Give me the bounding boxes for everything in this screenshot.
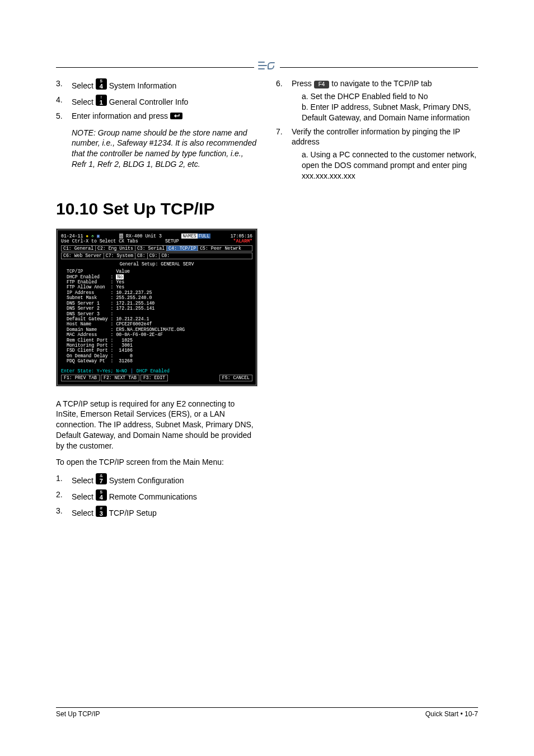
step-number: 2.	[56, 489, 72, 502]
key-7: &7	[96, 473, 107, 484]
footer-right: Quick Start • 10-7	[425, 710, 478, 718]
step-text: Verify the controller information by pin…	[292, 127, 478, 181]
step-number: 3.	[56, 78, 72, 91]
step-number: 6.	[276, 78, 292, 123]
step-text: Select #3 TCP/IP Setup	[72, 506, 257, 519]
step-text: Select !1 General Controller Info	[72, 95, 258, 108]
substep: a. Using a PC connected to the customer …	[302, 150, 478, 181]
step-number: 5.	[56, 111, 72, 122]
substep: b. Enter IP address, Subnet Mask, Primar…	[302, 102, 478, 123]
step-number: 3.	[56, 506, 72, 519]
key-3: #3	[96, 506, 107, 517]
step-text: Select &7 System Configuration	[72, 473, 257, 486]
step-text: Select $4 System Information	[72, 78, 258, 91]
body-paragraph: To open the TCP/IP screen from the Main …	[56, 457, 257, 468]
body-paragraph: A TCP/IP setup is required for any E2 co…	[56, 399, 257, 451]
footer-left: Set Up TCP/IP	[56, 710, 100, 718]
enter-key-icon	[170, 111, 182, 122]
step-number: 7.	[276, 127, 292, 181]
key-4: $4	[96, 489, 107, 501]
step-text: Enter information and press	[72, 111, 258, 122]
key-1: !1	[96, 95, 107, 106]
step-number: 4.	[56, 95, 72, 108]
step-text: Select $4 Remote Communications	[72, 489, 257, 502]
step-text: Press F4 to navigate to the TCP/IP tab a…	[292, 78, 478, 123]
key-f4: F4	[314, 81, 330, 88]
step-number: 1.	[56, 473, 72, 486]
note: NOTE: Group name should be the store nam…	[72, 128, 258, 170]
header-logo	[254, 60, 280, 71]
substep: a. Set the DHCP Enabled field to No	[302, 91, 478, 102]
section-heading: 10.10 Set Up TCP/IP	[56, 199, 478, 218]
key-4: $4	[96, 78, 107, 90]
tcpip-setup-screenshot: 01-24-11 ● ⬘ ▣ ☼ RX-400 Unit 3 NAMESFULL…	[56, 228, 257, 386]
